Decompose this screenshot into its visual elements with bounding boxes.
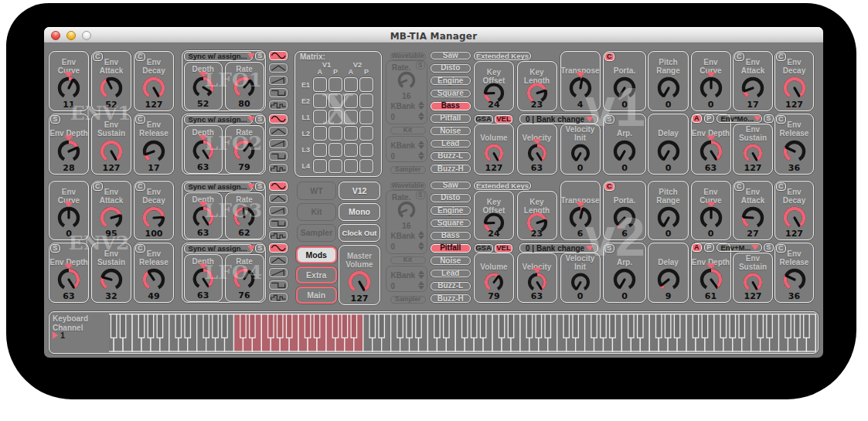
matrix-cell-l2-0[interactable] <box>313 126 327 140</box>
wave-button-buzz-h[interactable]: Buzz-H <box>431 165 471 173</box>
mode-button-sampler[interactable]: Sampler <box>297 224 336 242</box>
wave-button-disto[interactable]: Disto <box>431 64 471 73</box>
kit-kbank-stepper[interactable] <box>417 270 424 280</box>
knob[interactable] <box>230 74 259 99</box>
knob[interactable] <box>96 75 127 100</box>
wave-button-noise[interactable]: Noise <box>431 256 471 265</box>
mode-button-kit[interactable]: Kit <box>297 203 336 222</box>
matrix-cell-e1-1[interactable] <box>328 77 342 91</box>
knob[interactable] <box>565 205 596 229</box>
env-mod-a-button[interactable]: A <box>692 243 703 253</box>
lfo1-sync-dropdown[interactable]: Sync w/ assign... <box>184 52 253 61</box>
corner-button-c[interactable]: C <box>604 53 615 61</box>
kit-kbank-stepper[interactable] <box>417 141 424 150</box>
matrix-cell-l3-0[interactable] <box>313 143 327 157</box>
knob[interactable] <box>567 271 594 291</box>
lfo4-sync-button[interactable]: S <box>255 244 266 253</box>
knob[interactable] <box>609 267 640 291</box>
knob[interactable] <box>189 267 218 290</box>
env-mod-dropdown[interactable]: Env+M... <box>717 243 763 253</box>
knob[interactable] <box>779 75 810 100</box>
lfo1-waveform-square[interactable] <box>269 88 288 97</box>
lfo1-waveform-ramp[interactable] <box>269 76 288 85</box>
bank-change-dropdown[interactable]: 0 | Bank change <box>519 243 598 253</box>
knob[interactable] <box>53 267 84 291</box>
env-mod-s-button[interactable]: S <box>764 243 774 253</box>
lfo1-waveform-triangle[interactable] <box>269 63 288 73</box>
matrix-cell-l2-1[interactable] <box>328 126 342 140</box>
wavetable-kbank-stepper[interactable] <box>417 101 424 110</box>
knob[interactable] <box>737 75 768 100</box>
wavetable-sync-button[interactable]: S <box>416 191 425 199</box>
corner-button-c[interactable]: C <box>93 182 104 191</box>
keyboard-channel-value[interactable]: 1 <box>53 331 65 340</box>
lfo3-sync-dropdown[interactable]: Sync w/ assign... <box>184 182 253 192</box>
lfo2-waveform-sine[interactable] <box>269 114 288 124</box>
knob[interactable] <box>479 85 509 100</box>
matrix-cell-l1-2[interactable] <box>344 110 358 124</box>
corner-button-c[interactable]: C <box>776 53 787 61</box>
matrix-cell-l4-0[interactable] <box>313 159 327 173</box>
wave-button-saw[interactable]: Saw <box>431 52 471 60</box>
lfo3-waveform-triangle[interactable] <box>269 194 288 203</box>
wavetable-kbank-stepper[interactable] <box>417 231 424 240</box>
knob[interactable] <box>653 75 684 100</box>
matrix-cell-e1-3[interactable] <box>359 77 373 91</box>
matrix-cell-e2-1[interactable] <box>328 93 342 107</box>
knob[interactable] <box>53 205 84 229</box>
knob[interactable] <box>653 267 684 291</box>
knob[interactable] <box>230 138 259 162</box>
matrix-cell-e1-0[interactable] <box>313 77 327 91</box>
knob[interactable] <box>567 142 594 163</box>
knob[interactable] <box>523 215 552 229</box>
knob[interactable] <box>189 74 218 99</box>
knob[interactable] <box>138 205 169 229</box>
wave-button-lead[interactable]: Lead <box>431 270 471 278</box>
matrix-cell-e2-2[interactable] <box>344 93 358 107</box>
matrix-cell-l3-2[interactable] <box>344 143 358 157</box>
knob[interactable] <box>523 142 551 163</box>
wave-button-square[interactable]: Square <box>431 90 471 98</box>
corner-button-c[interactable]: C <box>93 53 104 61</box>
wave-button-engine[interactable]: Engine <box>431 76 471 85</box>
lfo2-waveform-random[interactable] <box>269 164 288 173</box>
lfo1-waveform-sine[interactable] <box>269 51 288 60</box>
tab-extra[interactable]: Extra <box>296 267 337 283</box>
matrix-cell-l1-0[interactable] <box>313 110 327 124</box>
knob[interactable] <box>96 138 127 163</box>
knob[interactable] <box>96 205 127 229</box>
corner-button-c[interactable]: C <box>734 53 745 61</box>
wave-button-pitfall[interactable]: Pitfall <box>431 114 471 123</box>
wave-button-disto[interactable]: Disto <box>431 194 471 202</box>
lfo4-waveform-random[interactable] <box>269 293 288 302</box>
lfo3-sync-button[interactable]: S <box>255 182 266 192</box>
corner-button-s[interactable]: S <box>604 115 615 124</box>
wavetable-sync-button[interactable]: S <box>416 61 425 70</box>
knob[interactable] <box>138 267 169 291</box>
corner-button-s[interactable]: S <box>50 115 61 124</box>
knob[interactable] <box>480 142 508 163</box>
lfo2-sync-dropdown[interactable]: Sync w/ assign... <box>184 115 253 124</box>
option-button-clock-out[interactable]: Clock Out <box>339 224 380 242</box>
wave-button-lead[interactable]: Lead <box>431 140 471 148</box>
wavetable-kbank-value-stepper[interactable] <box>417 242 424 251</box>
matrix-cell-l1-1[interactable] <box>328 110 342 124</box>
wavetable-rate-knob[interactable] <box>393 200 420 222</box>
lfo2-waveform-ramp[interactable] <box>269 139 288 148</box>
env-mod-p-button[interactable]: P <box>704 114 715 124</box>
knob[interactable] <box>189 138 218 162</box>
lfo4-sync-dropdown[interactable]: Sync w/ assign... <box>184 244 253 253</box>
corner-button-c[interactable]: C <box>135 182 146 191</box>
keyboard-keys[interactable] <box>109 314 816 352</box>
corner-button-s[interactable]: S <box>604 244 615 253</box>
corner-button-c[interactable]: C <box>776 244 787 253</box>
lfo4-waveform-ramp[interactable] <box>269 268 288 277</box>
kit-kbank-value-stepper[interactable] <box>417 281 424 290</box>
knob[interactable] <box>189 205 218 228</box>
knob[interactable] <box>779 138 810 163</box>
matrix-cell-e2-0[interactable] <box>313 93 327 107</box>
kit-kbank-value-stepper[interactable] <box>417 151 424 161</box>
knob[interactable] <box>53 138 84 163</box>
wave-button-buzz-l[interactable]: Buzz-L <box>431 152 471 161</box>
knob[interactable] <box>523 85 552 100</box>
